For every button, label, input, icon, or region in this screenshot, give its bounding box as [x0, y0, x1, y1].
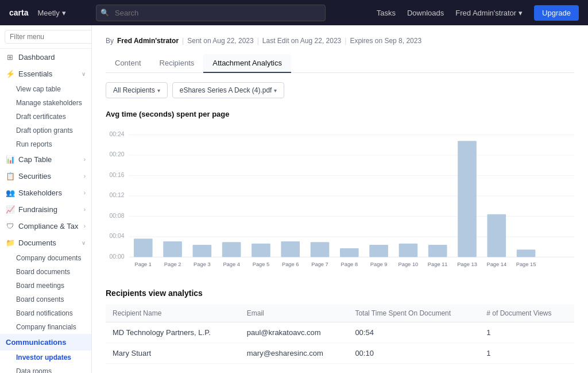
downloads-link[interactable]: Downloads	[407, 9, 444, 17]
doc-by-label: By	[106, 37, 114, 45]
sidebar-item-company-documents[interactable]: Company documents	[0, 251, 91, 265]
col-email: Email	[240, 305, 349, 322]
recipient-name: Mary Stuart	[106, 343, 240, 364]
recipient-time: 00:54	[348, 322, 479, 343]
recipient-views: 1	[479, 322, 574, 343]
brand-chevron-icon: ▾	[62, 9, 66, 17]
chart-container: 00:24 00:20 00:16 00:12 00:08 00:04 00:0…	[106, 125, 574, 275]
sidebar-item-dashboard[interactable]: ⊞ Dashboard	[0, 49, 91, 66]
tab-attachment-analytics[interactable]: Attachment Analytics	[203, 54, 291, 73]
sidebar-item-label: Communications	[6, 338, 66, 347]
main-content: By Fred Admin'strator | Sent on Aug 22, …	[92, 25, 588, 373]
chevron-down-icon: ▾	[157, 87, 160, 94]
svg-rect-22	[252, 244, 270, 257]
svg-rect-18	[193, 245, 212, 257]
svg-text:Page 4: Page 4	[223, 261, 240, 267]
svg-rect-38	[487, 214, 506, 257]
file-filter-button[interactable]: eShares Series A Deck (4).pdf ▾	[172, 82, 285, 98]
dashboard-icon: ⊞	[6, 53, 14, 61]
sidebar-item-cap-table[interactable]: 📊 Cap Table ›	[0, 151, 91, 168]
sidebar-item-fundraising[interactable]: 📈 Fundraising ›	[0, 201, 91, 218]
bar-chart: 00:24 00:20 00:16 00:12 00:08 00:04 00:0…	[106, 125, 574, 275]
sidebar-item-run-reports[interactable]: Run reports	[0, 137, 91, 151]
filters-row: All Recipients ▾ eShares Series A Deck (…	[106, 82, 574, 98]
sidebar-filter-container: ≡	[0, 25, 91, 49]
sidebar-item-draft-option-grants[interactable]: Draft option grants	[0, 124, 91, 137]
sidebar-item-data-rooms[interactable]: Data rooms	[0, 364, 91, 373]
sidebar-item-label: Essentials	[18, 70, 52, 78]
svg-rect-40	[517, 249, 536, 257]
chevron-right-icon: ›	[84, 190, 86, 196]
recipients-filter-label: All Recipients	[113, 86, 155, 94]
recipient-time: 00:10	[348, 343, 479, 364]
doc-meta: By Fred Admin'strator | Sent on Aug 22, …	[106, 37, 574, 45]
chevron-right-icon: ›	[84, 206, 86, 213]
tab-content[interactable]: Content	[106, 54, 150, 73]
search-icon: 🔍	[100, 9, 109, 17]
chevron-right-icon: ›	[84, 173, 86, 179]
svg-text:Page 3: Page 3	[194, 261, 211, 267]
svg-text:Page 5: Page 5	[253, 261, 270, 267]
sidebar-item-board-meetings[interactable]: Board meetings	[0, 279, 91, 293]
recipient-email: paul@krakatoavc.com	[240, 322, 349, 343]
sidebar-item-view-cap-table[interactable]: View cap table	[0, 82, 91, 96]
sidebar-item-documents[interactable]: 📁 Documents ∨	[0, 234, 91, 251]
sidebar-item-investor-updates[interactable]: Investor updates	[0, 351, 91, 364]
recipients-filter-button[interactable]: All Recipients ▾	[106, 82, 168, 98]
recipient-name: MD Technology Partners, L.P.	[106, 322, 240, 343]
svg-text:00:12: 00:12	[109, 191, 124, 198]
fundraising-icon: 📈	[6, 205, 14, 214]
sidebar-item-stakeholders[interactable]: 👥 Stakeholders ›	[0, 184, 91, 201]
user-menu[interactable]: Fred Admin'strator ▾	[455, 9, 523, 17]
user-chevron-icon: ▾	[519, 9, 523, 17]
nav-right: Tasks Downloads Fred Admin'strator ▾ Upg…	[377, 5, 579, 21]
tab-bar: Content Recipients Attachment Analytics	[106, 54, 574, 73]
sidebar-item-board-consents[interactable]: Board consents	[0, 293, 91, 306]
chevron-right-icon: ›	[84, 156, 86, 163]
sidebar-item-compliance-tax[interactable]: 🛡 Compliance & Tax ›	[0, 218, 91, 234]
doc-last-edit: Last Edit on Aug 22, 2023	[262, 37, 341, 45]
svg-text:Page 14: Page 14	[486, 261, 506, 267]
sidebar-item-label: Documents	[18, 239, 56, 247]
sidebar-item-essentials[interactable]: ⚡ Essentials ∨	[0, 66, 91, 82]
doc-sent: Sent on Aug 22, 2023	[187, 37, 253, 45]
tab-recipients[interactable]: Recipients	[150, 54, 204, 73]
svg-text:00:00: 00:00	[109, 253, 124, 260]
chevron-down-icon: ∨	[82, 240, 86, 246]
search-input[interactable]	[96, 5, 326, 21]
separator: |	[345, 37, 346, 45]
brand-name: Meetly	[37, 9, 59, 17]
svg-text:Page 8: Page 8	[341, 261, 358, 267]
col-doc-views: # of Document Views	[479, 305, 574, 322]
sidebar-item-board-notifications[interactable]: Board notifications	[0, 306, 91, 320]
svg-rect-14	[134, 239, 153, 257]
user-label: Fred Admin'strator	[455, 9, 516, 17]
svg-text:Page 2: Page 2	[164, 261, 181, 267]
sidebar-item-label: Compliance & Tax	[18, 222, 79, 230]
essentials-icon: ⚡	[6, 70, 14, 78]
chart-section: Avg time (seconds) spent per page 00:24 …	[106, 110, 574, 275]
sidebar-item-draft-certificates[interactable]: Draft certificates	[0, 110, 91, 124]
recipient-email: mary@esharesinc.com	[240, 343, 349, 364]
svg-rect-28	[340, 248, 359, 257]
sidebar-item-company-financials[interactable]: Company financials	[0, 320, 91, 334]
col-recipient-name: Recipient Name	[106, 305, 240, 322]
tasks-link[interactable]: Tasks	[377, 9, 396, 17]
compliance-icon: 🛡	[6, 222, 14, 230]
sidebar-item-manage-stakeholders[interactable]: Manage stakeholders	[0, 96, 91, 110]
sidebar-item-label: Securities	[18, 172, 51, 180]
svg-rect-34	[428, 245, 447, 257]
cap-table-icon: 📊	[6, 155, 14, 164]
sidebar-item-communications[interactable]: Communications	[0, 334, 91, 351]
svg-rect-24	[281, 241, 300, 257]
sidebar-filter-input[interactable]	[5, 30, 92, 44]
sidebar-item-label: Stakeholders	[18, 189, 62, 197]
upgrade-button[interactable]: Upgrade	[534, 5, 579, 21]
analytics-table: Recipient Name Email Total Time Spent On…	[106, 305, 574, 364]
sidebar-item-board-documents[interactable]: Board documents	[0, 265, 91, 279]
svg-text:Page 11: Page 11	[428, 261, 448, 267]
svg-rect-30	[369, 245, 388, 257]
brand-selector[interactable]: Meetly ▾	[37, 9, 65, 17]
sidebar-item-label: Dashboard	[18, 53, 55, 61]
sidebar-item-securities[interactable]: 📋 Securities ›	[0, 168, 91, 184]
